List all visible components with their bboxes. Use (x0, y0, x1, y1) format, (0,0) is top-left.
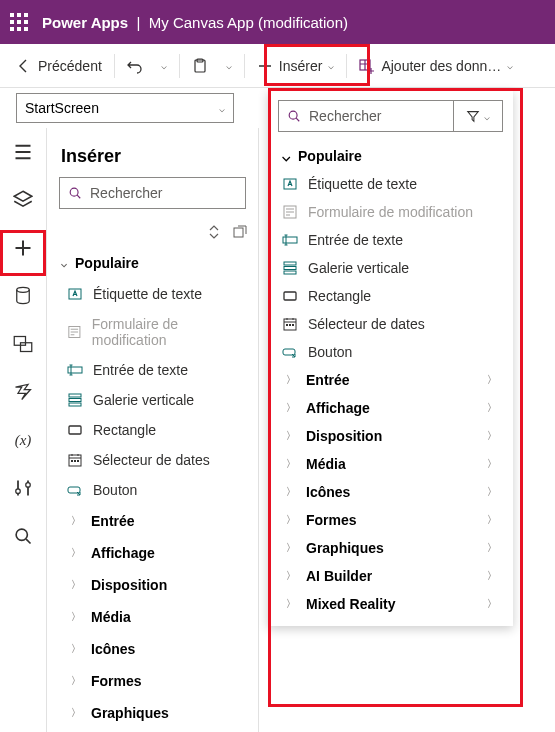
insert-flyout: Rechercher ⌵ ⌵PopulaireÉtiquette de text… (268, 90, 513, 626)
insert-item[interactable]: Galerie verticale (47, 385, 258, 415)
insert-rail-icon[interactable] (13, 238, 33, 258)
insert-item[interactable]: Étiquette de texte (47, 279, 258, 309)
textinput-icon (282, 232, 298, 248)
chevron-right-icon: 〉 (286, 485, 296, 499)
chevron-down-icon: ⌵ (507, 60, 513, 71)
insert-item: Formulaire de modification (47, 309, 258, 355)
category-row[interactable]: 〉Affichage〉 (268, 394, 513, 422)
chevron-right-icon: 〉 (71, 578, 81, 592)
chevron-down-icon: ⌵ (226, 60, 232, 71)
svg-rect-13 (68, 367, 82, 373)
insert-item[interactable]: Étiquette de texte (268, 170, 513, 198)
insert-item[interactable]: Rectangle (268, 282, 513, 310)
category-row[interactable]: 〉Entrée (47, 505, 258, 537)
insert-item[interactable]: Entrée de texte (268, 226, 513, 254)
paste-button[interactable] (184, 52, 216, 80)
power-automate-icon[interactable] (13, 382, 33, 402)
category-row[interactable]: 〉Disposition〉 (268, 422, 513, 450)
chevron-right-icon: 〉 (487, 373, 497, 387)
category-row[interactable]: 〉Affichage (47, 537, 258, 569)
category-row[interactable]: 〉Média〉 (268, 450, 513, 478)
svg-rect-16 (69, 403, 81, 406)
chevron-right-icon: 〉 (487, 541, 497, 555)
insert-item[interactable]: Sélecteur de dates (268, 310, 513, 338)
category-row[interactable]: 〉Icônes〉 (268, 478, 513, 506)
chevron-right-icon: 〉 (487, 597, 497, 611)
chevron-right-icon: 〉 (286, 429, 296, 443)
flyout-search-input[interactable]: Rechercher (278, 100, 453, 132)
add-data-button[interactable]: Ajouter des donn… ⌵ (351, 52, 521, 80)
category-row[interactable]: 〉Graphiques (47, 697, 258, 729)
data-icon[interactable] (13, 286, 33, 306)
insert-item[interactable]: Rectangle (47, 415, 258, 445)
plus-icon (257, 58, 273, 74)
insert-button[interactable]: Insérer ⌵ (249, 52, 343, 80)
label-icon (67, 286, 83, 302)
undo-menu[interactable]: ⌵ (153, 54, 175, 77)
variables-icon[interactable]: (x) (13, 430, 33, 450)
separator (179, 54, 180, 78)
left-rail: (x) (0, 128, 47, 732)
chevron-right-icon: 〉 (487, 569, 497, 583)
undo-button[interactable] (119, 52, 151, 80)
svg-rect-33 (289, 324, 291, 326)
popular-header[interactable]: ⌵Populaire (268, 142, 513, 170)
svg-point-6 (16, 489, 21, 494)
svg-rect-15 (69, 399, 81, 402)
flyout-filter-button[interactable]: ⌵ (453, 100, 503, 132)
chevron-right-icon: 〉 (487, 429, 497, 443)
svg-rect-20 (74, 460, 76, 462)
popout-icon[interactable] (232, 224, 248, 240)
category-row[interactable]: 〉Mixed Reality〉 (268, 590, 513, 618)
category-row[interactable]: 〉Média (47, 601, 258, 633)
waffle-icon[interactable] (10, 13, 28, 31)
search-icon (68, 186, 82, 200)
insert-item[interactable]: Sélecteur de dates (47, 445, 258, 475)
category-row[interactable]: 〉Disposition (47, 569, 258, 601)
chevron-right-icon: 〉 (286, 513, 296, 527)
svg-rect-22 (68, 487, 80, 493)
layers-icon[interactable] (13, 190, 33, 210)
svg-rect-29 (284, 271, 296, 274)
category-row[interactable]: 〉Entrée〉 (268, 366, 513, 394)
svg-rect-27 (284, 262, 296, 265)
category-row[interactable]: 〉AI Builder〉 (268, 562, 513, 590)
chevron-right-icon: 〉 (71, 642, 81, 656)
svg-rect-10 (234, 228, 243, 237)
svg-point-9 (70, 188, 78, 196)
screen-select[interactable]: StartScreen ⌵ (16, 93, 234, 123)
back-arrow-icon (16, 58, 32, 74)
search-rail-icon[interactable] (13, 526, 33, 546)
insert-item[interactable]: Entrée de texte (47, 355, 258, 385)
panel-title: Insérer (47, 128, 258, 177)
tree-view-icon[interactable] (13, 142, 33, 162)
gallery-icon (282, 260, 298, 276)
app-name: My Canvas App (modification) (149, 14, 348, 31)
insert-item[interactable]: Galerie verticale (268, 254, 513, 282)
svg-point-7 (26, 483, 31, 488)
category-row[interactable]: 〉Icônes (47, 633, 258, 665)
category-row[interactable]: 〉Graphiques〉 (268, 534, 513, 562)
panel-search-input[interactable]: Rechercher (59, 177, 246, 209)
category-row[interactable]: 〉Formes〉 (268, 506, 513, 534)
category-row[interactable]: 〉Formes (47, 665, 258, 697)
undo-icon (127, 58, 143, 74)
svg-rect-28 (284, 267, 296, 270)
form-icon (282, 204, 298, 220)
insert-item[interactable]: Bouton (47, 475, 258, 505)
advanced-tools-icon[interactable] (13, 478, 33, 498)
twisty-icon: ⌵ (282, 148, 290, 164)
svg-point-3 (17, 287, 30, 292)
svg-rect-26 (283, 237, 297, 243)
insert-item: Formulaire de modification (268, 198, 513, 226)
paste-menu[interactable]: ⌵ (218, 54, 240, 77)
back-button[interactable]: Précédent (8, 52, 110, 80)
insert-item[interactable]: Bouton (268, 338, 513, 366)
collapse-icon[interactable] (206, 224, 222, 240)
media-icon[interactable] (13, 334, 33, 354)
panel-list: ⌵PopulaireÉtiquette de texteFormulaire d… (47, 247, 258, 729)
svg-rect-19 (71, 460, 73, 462)
textinput-icon (67, 362, 83, 378)
popular-header[interactable]: ⌵Populaire (47, 247, 258, 279)
button-icon (282, 344, 298, 360)
